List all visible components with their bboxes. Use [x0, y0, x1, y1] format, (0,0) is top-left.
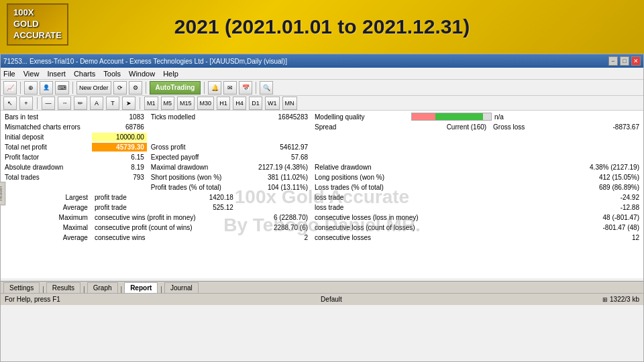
- tb-mn[interactable]: MN: [282, 97, 297, 110]
- tb-plus[interactable]: +: [19, 97, 33, 110]
- sep2: [72, 82, 73, 94]
- avg-loss-label: loss trade: [312, 203, 407, 212]
- tb-a[interactable]: A: [90, 97, 103, 110]
- tb-new-order[interactable]: New Order: [76, 81, 111, 95]
- menu-bar: File View Insert Charts Tools Window Hel…: [1, 68, 643, 80]
- largest-label: Largest: [2, 193, 91, 202]
- tb-m1[interactable]: M1: [144, 97, 158, 110]
- short-pos-value: 381 (11.02%): [237, 173, 311, 182]
- avg-loss-value: -12.88: [409, 203, 642, 212]
- gross-profit-label: Gross profit: [148, 143, 236, 152]
- tb-w1[interactable]: W1: [265, 97, 280, 110]
- tb-arrow[interactable]: ➤: [122, 97, 136, 110]
- max-drawdown-label: Maximal drawdown: [148, 163, 236, 172]
- long-pos-label: Long positions (won %): [312, 173, 407, 182]
- menu-view[interactable]: View: [23, 70, 40, 78]
- quality-label: Modelling quality: [312, 112, 407, 121]
- grid-icon: ⊞: [602, 296, 608, 303]
- tb-profile[interactable]: 👤: [40, 81, 53, 95]
- total-trades-label: Total trades: [2, 173, 91, 182]
- table-row: Maximal consecutive profit (count of win…: [2, 223, 642, 232]
- avg-consec-wins-value: 2: [237, 233, 311, 242]
- sep3: [146, 82, 146, 94]
- sep1: [20, 82, 21, 94]
- tb-settings[interactable]: ⚙: [129, 81, 142, 95]
- tb-pencil[interactable]: ✏: [74, 97, 87, 110]
- avg-consec-losses-label: consecutive losses: [312, 233, 489, 242]
- sep-s1: |: [40, 286, 46, 293]
- quality-bar-cell: n/a: [409, 112, 642, 121]
- tb-hline[interactable]: ╌: [58, 97, 71, 110]
- menu-tools[interactable]: Tools: [103, 70, 121, 78]
- table-row: Largest profit trade 1420.18 loss trade …: [2, 193, 642, 202]
- rel-drawdown-label: Relative drawdown: [312, 163, 407, 172]
- inner-tab-results[interactable]: Results: [46, 282, 80, 293]
- tb-m30[interactable]: M30: [197, 97, 215, 110]
- inner-tab-settings[interactable]: Settings: [3, 282, 40, 293]
- close-button[interactable]: ✕: [631, 56, 641, 66]
- quality-bar: [411, 113, 492, 121]
- title-bar: 71253... Exness-Trial10 - Demo Account -…: [1, 54, 643, 68]
- consec-losses-label: consecutive losses (loss in money): [312, 213, 489, 222]
- tb-mail[interactable]: ✉: [223, 81, 237, 95]
- tb-cursor[interactable]: ↖: [3, 97, 17, 110]
- tb-calendar[interactable]: 📅: [239, 81, 252, 95]
- tb-d1[interactable]: D1: [249, 97, 262, 110]
- net-profit-label: Total net profit: [2, 143, 91, 152]
- menu-file[interactable]: File: [3, 70, 15, 78]
- menu-window[interactable]: Window: [129, 70, 155, 78]
- tb-text[interactable]: T: [106, 97, 119, 110]
- minimize-button[interactable]: −: [608, 56, 618, 66]
- table-row: Mismatched charts errors 68786 Spread Cu…: [2, 123, 642, 131]
- tb-m5[interactable]: M5: [161, 97, 175, 110]
- tb-keyboard[interactable]: ⌨: [55, 81, 69, 95]
- table-row: Total trades 793 Short positions (won %)…: [2, 173, 642, 182]
- profit-trade-value: 1420.18: [148, 193, 236, 202]
- tb-alert[interactable]: 🔔: [208, 81, 221, 95]
- inner-tab-graph[interactable]: Graph: [87, 282, 118, 293]
- table-row: Profit trades (% of total) 104 (13.11%) …: [2, 183, 642, 192]
- table-row: Absolute drawdown 8.19 Maximal drawdown …: [2, 163, 642, 172]
- inner-tab-journal[interactable]: Journal: [164, 282, 199, 293]
- toolbar2: ↖ + — ╌ ✏ A T ➤ M1 M5 M15 M30 H1 H4 D1 W…: [1, 96, 643, 111]
- tb-m15[interactable]: M15: [177, 97, 195, 110]
- sep4: [204, 82, 205, 94]
- sep7: [140, 97, 140, 109]
- table-row: Average profit trade 525.12 loss trade -…: [2, 203, 642, 212]
- gross-loss-value: -8873.67: [565, 123, 642, 131]
- tb-new-chart[interactable]: 📈: [3, 81, 17, 95]
- menu-charts[interactable]: Charts: [74, 70, 95, 78]
- status-memory: ⊞ 1322/3 kb: [602, 296, 639, 303]
- tb-h1[interactable]: H1: [217, 97, 230, 110]
- maximize-button[interactable]: □: [620, 56, 629, 66]
- maximum-label: Maximum: [2, 213, 91, 222]
- ticks-value: 16845283: [237, 112, 311, 121]
- gross-profit-value: 54612.97: [237, 143, 311, 152]
- consec-loss-value: -801.47 (48): [490, 223, 642, 232]
- expected-payoff-value: 57.68: [237, 153, 311, 162]
- average2-label: Average: [2, 233, 91, 242]
- tb-zoom-in[interactable]: ⊕: [24, 81, 38, 95]
- tb-h4[interactable]: H4: [233, 97, 246, 110]
- quality-bar-red: [412, 113, 435, 120]
- loss-trade-label: loss trade: [312, 193, 407, 202]
- tb-line[interactable]: —: [42, 97, 55, 110]
- net-profit-value: 45739.30: [92, 143, 147, 152]
- autotrading-button[interactable]: AutoTrading: [150, 81, 201, 95]
- inner-tab-report[interactable]: Report: [124, 282, 158, 293]
- spread-label: Spread: [312, 123, 407, 131]
- profit-trade-label: profit trade: [92, 193, 147, 202]
- ticks-label: Ticks modelled: [148, 112, 236, 121]
- tb-history[interactable]: ⟳: [113, 81, 127, 95]
- menu-help[interactable]: Help: [163, 70, 178, 78]
- bars-label: Bars in test: [2, 112, 91, 121]
- max-drawdown-value: 2127.19 (4.38%): [237, 163, 311, 172]
- quality-value: n/a: [494, 113, 504, 121]
- tb-search[interactable]: 🔍: [260, 81, 273, 95]
- menu-insert[interactable]: Insert: [47, 70, 66, 78]
- table-row: Initial deposit 10000.00: [2, 133, 642, 141]
- sep-s4: |: [158, 286, 164, 293]
- short-pos-label: Short positions (won %): [148, 173, 236, 182]
- loss-trade-value: -24.92: [409, 193, 642, 202]
- profit-trades-label: Profit trades (% of total): [148, 183, 236, 192]
